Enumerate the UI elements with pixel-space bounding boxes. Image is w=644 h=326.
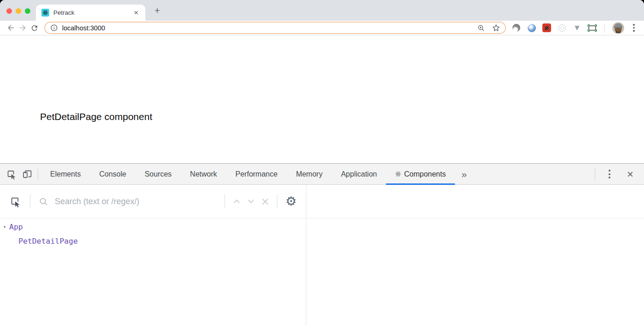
tab-strip: Petrack × + <box>0 0 644 21</box>
toolbar-separator <box>224 194 225 208</box>
tab-memory[interactable]: Memory <box>287 164 332 185</box>
component-name[interactable]: PetDetailPage <box>18 237 78 246</box>
extensions-row: ▼ <box>512 22 638 34</box>
tab-sources[interactable]: Sources <box>135 164 181 185</box>
tab-console[interactable]: Console <box>90 164 136 185</box>
browser-tab-petrack[interactable]: Petrack × <box>36 5 145 21</box>
tab-title: Petrack <box>53 9 132 16</box>
back-button[interactable] <box>5 22 17 34</box>
details-toolbar <box>306 185 644 218</box>
chrome-menu-icon[interactable] <box>630 24 638 32</box>
previous-result-icon[interactable] <box>233 199 240 204</box>
select-component-icon[interactable] <box>9 195 22 208</box>
device-toolbar-icon[interactable] <box>19 166 35 182</box>
tree-row-petdetailpage[interactable]: PetDetailPage <box>0 234 306 248</box>
search-icon <box>39 197 48 206</box>
next-result-icon[interactable] <box>247 199 254 204</box>
blue-sphere-extension-icon[interactable] <box>527 23 536 33</box>
bookmark-star-icon[interactable] <box>492 23 500 32</box>
page-content-text: PetDetailPage component <box>40 111 152 122</box>
settings-gear-icon[interactable]: ⚙ <box>286 195 297 208</box>
page-info-icon[interactable] <box>50 24 58 32</box>
component-tree-pane: ⚙ ▾ App PetDetailPage <box>0 185 306 326</box>
new-tab-button[interactable]: + <box>152 6 163 15</box>
component-tree: ▾ App PetDetailPage <box>0 218 306 248</box>
toolbar-separator <box>277 194 277 208</box>
devtools-separator <box>595 168 595 180</box>
forward-button[interactable] <box>17 22 29 34</box>
minimize-window-button[interactable] <box>16 8 21 14</box>
url-text[interactable]: localhost:3000 <box>62 24 477 32</box>
tab-close-icon[interactable]: × <box>132 8 140 17</box>
devtools-close-icon[interactable]: × <box>621 169 639 180</box>
gray-sphere-extension-icon[interactable] <box>512 23 521 33</box>
devtools-separator <box>38 168 38 180</box>
more-tabs-icon[interactable]: » <box>455 169 473 180</box>
address-bar[interactable]: localhost:3000 <box>44 22 506 34</box>
tab-application[interactable]: Application <box>332 164 386 185</box>
zoom-in-icon[interactable] <box>477 24 485 32</box>
tab-components[interactable]: Components <box>386 164 455 185</box>
component-name[interactable]: App <box>9 223 23 231</box>
tab-components-label: Components <box>404 170 446 178</box>
browser-window: Petrack × + localhost:3000 <box>0 0 644 326</box>
search-box[interactable] <box>39 197 224 206</box>
components-search-toolbar: ⚙ <box>0 185 306 218</box>
screen-capture-extension-icon[interactable] <box>587 23 597 33</box>
devtools-panel: Elements Console Sources Network Perform… <box>0 163 644 326</box>
page-viewport: PetDetailPage component <box>0 35 644 163</box>
react-favicon-icon <box>41 9 49 17</box>
devtools-tab-bar: Elements Console Sources Network Perform… <box>0 164 644 185</box>
zoom-window-button[interactable] <box>25 8 30 14</box>
toolbar-separator <box>604 23 605 33</box>
vue-devtools-extension-icon[interactable]: ▼ <box>572 23 582 33</box>
tree-row-app[interactable]: ▾ App <box>0 220 306 234</box>
clear-search-icon[interactable] <box>262 198 269 205</box>
component-details-pane <box>306 185 644 326</box>
components-panel: ⚙ ▾ App PetDetailPage <box>0 185 644 326</box>
red-bug-extension-icon[interactable] <box>542 23 552 33</box>
inspect-element-icon[interactable] <box>4 166 19 182</box>
tab-network[interactable]: Network <box>181 164 226 185</box>
browser-toolbar: localhost:3000 <box>0 21 644 35</box>
tab-elements[interactable]: Elements <box>41 164 90 185</box>
tab-performance[interactable]: Performance <box>226 164 287 185</box>
traffic-lights <box>6 8 30 14</box>
ring-extension-icon[interactable] <box>557 23 567 33</box>
devtools-menu-icon[interactable] <box>603 170 616 178</box>
profile-avatar[interactable] <box>612 22 624 34</box>
toolbar-separator <box>30 194 30 208</box>
close-window-button[interactable] <box>6 8 12 14</box>
reload-button[interactable] <box>29 22 40 34</box>
components-search-input[interactable] <box>55 197 188 206</box>
react-atom-icon <box>395 171 401 177</box>
expand-arrow-icon[interactable]: ▾ <box>0 224 9 230</box>
